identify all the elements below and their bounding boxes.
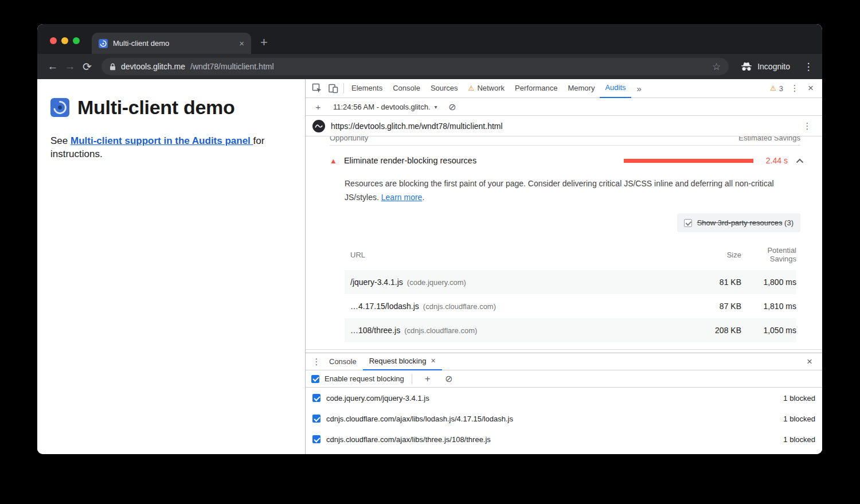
pattern-checkbox[interactable] xyxy=(312,435,320,443)
audit-title: Eliminate render-blocking resources xyxy=(344,156,476,165)
add-pattern-icon[interactable]: + xyxy=(420,372,436,386)
audit-row[interactable]: ▲ Eliminate render-blocking resources 2.… xyxy=(330,146,822,175)
tab-sources[interactable]: Sources xyxy=(425,79,463,98)
tab-close-icon[interactable]: × xyxy=(239,39,244,48)
pattern-text: code.jquery.com/jquery-3.4.1.js xyxy=(326,394,429,403)
table-row: …108/three.js(cdnjs.cloudflare.com) 208 … xyxy=(345,318,796,342)
zoom-window-button[interactable] xyxy=(73,37,80,44)
page-title: Multi-client demo xyxy=(77,96,234,119)
session-label: 11:24:56 AM - devtools.glitch. xyxy=(333,103,431,111)
drawer-tab-close-icon[interactable]: × xyxy=(431,353,435,369)
tab-network-label: Network xyxy=(477,79,505,97)
tab-audits[interactable]: Audits xyxy=(600,79,631,98)
incognito-label: Incognito xyxy=(757,62,790,71)
enable-request-blocking-checkbox[interactable] xyxy=(311,375,319,383)
omnibox[interactable]: devtools.glitch.me/wndt78/multiclient.ht… xyxy=(101,58,729,75)
blocked-pattern-row[interactable]: cdnjs.cloudflare.com/ajax/libs/three.js/… xyxy=(306,429,822,450)
tab-network[interactable]: ⚠ Network xyxy=(463,79,510,98)
opportunity-header-row: Opportunity Estimated Savings xyxy=(330,136,800,146)
tab-console-label: Console xyxy=(393,79,420,97)
report-favicon xyxy=(312,120,325,132)
remove-all-patterns-icon[interactable]: ⊘ xyxy=(441,372,457,386)
device-toolbar-icon[interactable] xyxy=(325,81,341,96)
audit-session-select[interactable]: 11:24:56 AM - devtools.glitch. ▾ xyxy=(330,103,441,111)
opportunity-table: URL Size Potential Savings /jquery-3.4.1… xyxy=(345,240,796,342)
drawer-tab-request-blocking-label: Request blocking xyxy=(369,353,427,369)
drawer-menu-icon[interactable]: ⋮ xyxy=(310,357,323,367)
back-icon[interactable]: ← xyxy=(44,58,61,75)
paragraph-prefix: See xyxy=(50,135,71,146)
audits-panel-link[interactable]: Multi-client support in the Audits panel xyxy=(71,135,253,146)
devtools-menu-icon[interactable]: ⋮ xyxy=(787,81,803,96)
learn-more-link[interactable]: Learn more xyxy=(381,193,423,202)
page-logo-icon xyxy=(50,98,69,117)
blocked-patterns-list: code.jquery.com/jquery-3.4.1.js 1 blocke… xyxy=(306,388,822,450)
lighthouse-report[interactable]: Opportunity Estimated Savings ▲ Eliminat… xyxy=(306,136,822,353)
browser-tab[interactable]: Multi-client demo × xyxy=(92,33,251,54)
audit-description: Resources are blocking the first paint o… xyxy=(345,177,784,204)
blocked-pattern-row[interactable]: cdnjs.cloudflare.com/ajax/libs/lodash.js… xyxy=(306,408,822,429)
table-header-row: URL Size Potential Savings xyxy=(345,240,796,270)
resource-size: 208 KB xyxy=(689,326,741,335)
warning-count: 3 xyxy=(779,84,783,93)
bookmark-star-icon[interactable]: ☆ xyxy=(712,61,721,73)
pattern-checkbox[interactable] xyxy=(312,394,320,402)
blocked-count: 1 blocked xyxy=(783,394,815,403)
content: Multi-client demo See Multi-client suppo… xyxy=(37,79,822,454)
drawer-close-icon[interactable]: × xyxy=(802,356,818,368)
audits-session-bar: + 11:24:56 AM - devtools.glitch. ▾ ⊘ xyxy=(306,98,822,116)
drawer-tab-console[interactable]: Console xyxy=(323,353,363,370)
third-party-count: (3) xyxy=(784,218,793,227)
pattern-checkbox[interactable] xyxy=(312,415,320,423)
resource-size: 81 KB xyxy=(689,278,741,287)
resource-savings: 1,050 ms xyxy=(741,326,796,335)
blocked-pattern-row[interactable]: code.jquery.com/jquery-3.4.1.js 1 blocke… xyxy=(306,388,822,408)
inspect-icon[interactable] xyxy=(309,81,325,96)
tab-performance[interactable]: Performance xyxy=(510,79,562,98)
clear-audit-icon[interactable]: ⊘ xyxy=(444,99,460,114)
audit-savings-value: 2.44 s xyxy=(761,156,788,165)
blocked-count: 1 blocked xyxy=(783,435,815,444)
devtools-panel: Elements Console Sources ⚠ Network Perfo… xyxy=(306,79,822,454)
browser-menu-icon[interactable]: ⋮ xyxy=(802,61,815,73)
table-row: …4.17.15/lodash.js(cdnjs.cloudflare.com)… xyxy=(345,294,796,318)
forward-icon[interactable]: → xyxy=(61,58,79,75)
tab-favicon xyxy=(99,39,108,48)
page-paragraph: See Multi-client support in the Audits p… xyxy=(50,134,294,161)
console-warning-badge[interactable]: ⚠ 3 xyxy=(767,84,787,93)
report-menu-icon[interactable]: ⋮ xyxy=(799,119,815,134)
new-tab-button[interactable]: + xyxy=(260,36,268,49)
close-window-button[interactable] xyxy=(50,37,57,44)
drawer-tab-bar: ⋮ Console Request blocking × × xyxy=(306,353,822,370)
more-tabs-icon[interactable]: » xyxy=(631,81,647,96)
minimize-window-button[interactable] xyxy=(61,37,68,44)
drawer-tab-console-label: Console xyxy=(329,353,357,370)
enable-request-blocking-label: Enable request blocking xyxy=(325,374,404,383)
third-party-checkbox[interactable] xyxy=(684,219,692,227)
tab-memory[interactable]: Memory xyxy=(562,79,600,98)
devtools-close-icon[interactable]: × xyxy=(803,81,819,96)
tab-elements-label: Elements xyxy=(351,79,382,97)
tab-sources-label: Sources xyxy=(431,79,458,97)
savings-bar xyxy=(624,159,753,163)
tab-performance-label: Performance xyxy=(515,79,557,97)
pattern-text: cdnjs.cloudflare.com/ajax/libs/lodash.js… xyxy=(326,415,513,423)
browser-window: Multi-client demo × + ← → ⟳ devtools.gli… xyxy=(37,24,822,454)
blocked-count: 1 blocked xyxy=(783,415,815,423)
section-divider xyxy=(306,349,822,350)
column-header-size: Size xyxy=(689,251,741,259)
resource-url: …108/three.js xyxy=(350,326,400,335)
traffic-lights xyxy=(50,37,80,44)
reload-icon[interactable]: ⟳ xyxy=(79,58,96,75)
drawer-tab-request-blocking[interactable]: Request blocking × xyxy=(363,353,442,370)
url-host: devtools.glitch.me xyxy=(121,62,185,71)
tab-elements[interactable]: Elements xyxy=(346,79,388,98)
tab-console[interactable]: Console xyxy=(388,79,425,98)
collapse-chevron-icon[interactable] xyxy=(796,158,804,163)
table-row: /jquery-3.4.1.js(code.jquery.com) 81 KB … xyxy=(345,270,796,294)
rendered-page: Multi-client demo See Multi-client suppo… xyxy=(37,79,306,454)
third-party-toggle[interactable]: Show 3rd-party resources (3) xyxy=(677,213,800,232)
resource-savings: 1,810 ms xyxy=(741,302,796,311)
warning-icon: ⚠ xyxy=(770,84,776,92)
new-audit-icon[interactable]: + xyxy=(310,99,326,114)
